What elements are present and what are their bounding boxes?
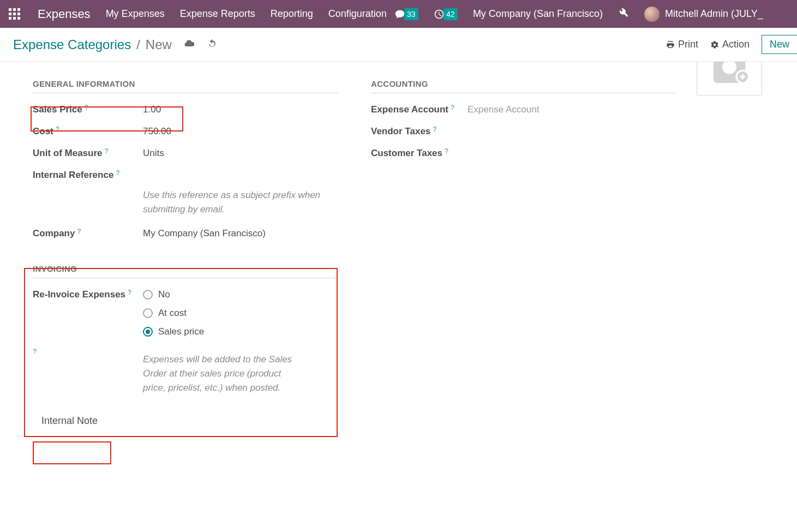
radio-at-cost[interactable]: At cost bbox=[143, 308, 338, 319]
chat-icon bbox=[394, 9, 405, 20]
nav-company-selector[interactable]: My Company (San Francisco) bbox=[473, 8, 603, 20]
label-vendor-taxes: Vendor Taxes bbox=[371, 126, 430, 137]
cloud-upload-icon bbox=[184, 38, 195, 49]
camera-plus-icon bbox=[699, 62, 759, 90]
gear-icon bbox=[710, 40, 719, 49]
radio-sales-price-label: Sales price bbox=[158, 326, 204, 337]
help-icon[interactable]: ? bbox=[105, 147, 109, 155]
reinvoice-radio-group: No At cost Sales price bbox=[143, 289, 338, 337]
field-company: Company ? My Company (San Francisco) bbox=[33, 223, 338, 244]
print-button[interactable]: Print bbox=[666, 35, 698, 54]
tab-internal-note[interactable]: Internal Note bbox=[33, 410, 106, 432]
breadcrumb-sep: / bbox=[136, 37, 140, 52]
help-icon[interactable]: ? bbox=[433, 125, 436, 133]
nav-configuration[interactable]: Configuration bbox=[328, 8, 387, 20]
nav-expense-reports[interactable]: Expense Reports bbox=[180, 8, 255, 20]
image-upload[interactable] bbox=[697, 62, 762, 95]
field-vendor-taxes: Vendor Taxes ? bbox=[371, 121, 676, 142]
section-accounting: Accounting bbox=[371, 74, 676, 93]
clock-icon bbox=[434, 9, 445, 20]
help-icon[interactable]: ? bbox=[33, 348, 37, 355]
nav-reporting[interactable]: Reporting bbox=[271, 8, 313, 20]
value-sales-price[interactable]: 1.00 bbox=[143, 104, 338, 115]
label-expense-account: Expense Account bbox=[371, 104, 448, 115]
print-label: Print bbox=[678, 39, 698, 50]
control-bar: Expense Categories / New Print Action Ne… bbox=[0, 28, 797, 62]
hint-internal-ref: Use this reference as a subject prefix w… bbox=[143, 186, 338, 217]
annotation-callout bbox=[33, 441, 111, 464]
field-expense-account: Expense Account ? Expense Account bbox=[371, 99, 676, 121]
value-cost[interactable]: 750.00 bbox=[143, 126, 338, 137]
chat-badge: 33 bbox=[404, 8, 418, 20]
help-icon[interactable]: ? bbox=[85, 104, 88, 111]
value-company[interactable]: My Company (San Francisco) bbox=[143, 228, 338, 239]
field-sales-price: Sales Price ? 1.00 bbox=[33, 99, 338, 121]
apps-icon[interactable] bbox=[9, 8, 20, 20]
radio-at-cost-label: At cost bbox=[158, 308, 187, 319]
nav-messaging[interactable]: 33 bbox=[394, 8, 418, 20]
top-navbar: Expenses My Expenses Expense Reports Rep… bbox=[0, 0, 797, 28]
nav-debug[interactable] bbox=[618, 7, 629, 21]
form-view: General Information Sales Price ? 1.00 C… bbox=[0, 62, 797, 532]
save-indicator[interactable] bbox=[184, 38, 195, 51]
breadcrumb-current: New bbox=[146, 37, 172, 52]
section-general: General Information bbox=[33, 74, 338, 93]
value-expense-account[interactable]: Expense Account bbox=[468, 104, 676, 115]
nav-user-menu[interactable]: Mitchell Admin (JULY_ bbox=[644, 7, 763, 22]
radio-icon bbox=[143, 290, 153, 300]
label-uom: Unit of Measure bbox=[33, 148, 103, 159]
wrench-icon bbox=[618, 7, 629, 18]
nav-my-expenses[interactable]: My Expenses bbox=[106, 8, 165, 20]
radio-no-label: No bbox=[158, 289, 170, 300]
label-sales-price: Sales Price bbox=[33, 104, 82, 115]
value-uom[interactable]: Units bbox=[143, 148, 338, 159]
help-icon[interactable]: ? bbox=[116, 169, 119, 177]
label-reinvoice: Re-Invoice Expenses bbox=[33, 289, 125, 300]
discard-button[interactable] bbox=[207, 38, 218, 51]
nav-activities[interactable]: 42 bbox=[434, 8, 458, 20]
label-company: Company bbox=[33, 228, 75, 239]
field-customer-taxes: Customer Taxes ? bbox=[371, 142, 676, 164]
field-reinvoice: Re-Invoice Expenses ? No At cost bbox=[33, 284, 338, 343]
radio-icon bbox=[143, 308, 153, 318]
field-reinvoice-hint: ? Expenses will be added to the Sales Or… bbox=[33, 343, 338, 401]
help-icon[interactable]: ? bbox=[56, 125, 59, 133]
radio-no[interactable]: No bbox=[143, 289, 338, 300]
label-customer-taxes: Customer Taxes bbox=[371, 148, 442, 159]
radio-sales-price[interactable]: Sales price bbox=[143, 326, 338, 337]
activity-badge: 42 bbox=[444, 8, 458, 20]
field-cost: Cost ? 750.00 bbox=[33, 121, 338, 142]
action-button[interactable]: Action bbox=[710, 35, 750, 54]
avatar bbox=[644, 7, 660, 22]
breadcrumb: Expense Categories / New bbox=[13, 37, 172, 52]
field-internal-ref: Internal Reference ? bbox=[33, 164, 338, 186]
print-icon bbox=[666, 40, 675, 49]
help-icon[interactable]: ? bbox=[77, 228, 81, 235]
new-button[interactable]: New bbox=[762, 35, 797, 54]
help-icon[interactable]: ? bbox=[445, 147, 448, 155]
radio-icon bbox=[143, 327, 153, 337]
label-cost: Cost bbox=[33, 126, 53, 137]
undo-icon bbox=[207, 38, 218, 49]
help-icon[interactable]: ? bbox=[451, 104, 454, 111]
label-internal-ref: Internal Reference bbox=[33, 170, 113, 181]
action-label: Action bbox=[722, 39, 750, 50]
hint-reinvoice: Expenses will be added to the Sales Orde… bbox=[143, 350, 301, 396]
help-icon[interactable]: ? bbox=[128, 289, 131, 296]
field-uom: Unit of Measure ? Units bbox=[33, 142, 338, 164]
app-brand[interactable]: Expenses bbox=[38, 7, 91, 21]
breadcrumb-link[interactable]: Expense Categories bbox=[13, 37, 131, 52]
section-invoicing: Invoicing bbox=[33, 259, 338, 278]
user-name-label: Mitchell Admin (JULY_ bbox=[665, 8, 763, 20]
